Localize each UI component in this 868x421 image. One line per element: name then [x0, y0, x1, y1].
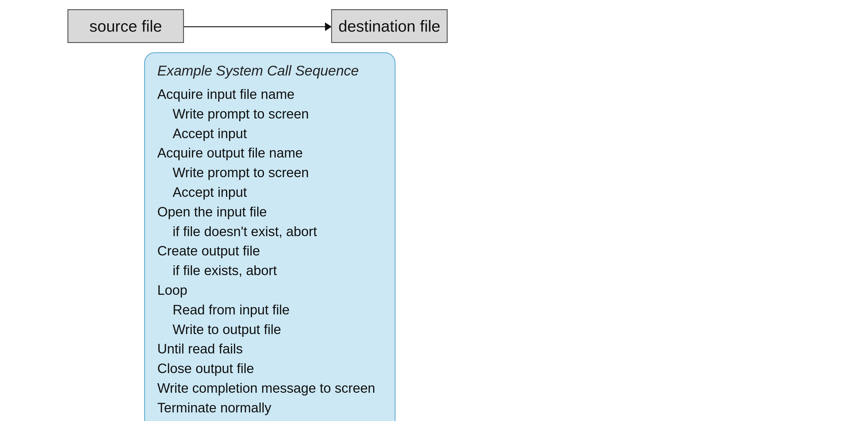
sequence-item: Terminate normally — [157, 398, 382, 418]
sequence-title: Example System Call Sequence — [157, 62, 382, 79]
sequence-item: Write prompt to screen — [157, 104, 382, 124]
sequence-item: if file exists, abort — [157, 261, 382, 280]
destination-file-label: destination file — [339, 17, 440, 35]
arrow-line — [184, 26, 326, 27]
sequence-item: Until read fails — [157, 339, 382, 359]
sequence-item: Create output file — [157, 241, 382, 261]
source-file-box: source file — [67, 9, 184, 43]
sequence-item: Acquire input file name — [157, 84, 382, 104]
source-file-label: source file — [90, 17, 162, 35]
sequence-item: Accept input — [157, 124, 382, 143]
sequence-item: Acquire output file name — [157, 143, 382, 163]
sequence-box: Example System Call Sequence Acquire inp… — [144, 52, 396, 421]
sequence-item: Write to output file — [157, 320, 382, 339]
destination-file-box: destination file — [331, 9, 447, 43]
sequence-item: Loop — [157, 280, 382, 300]
arrow-head — [325, 22, 332, 31]
diagram-container: source file destination file Example Sys… — [0, 0, 868, 421]
sequence-item: Write prompt to screen — [157, 163, 382, 183]
sequence-item: Open the input file — [157, 202, 382, 222]
sequence-item: Read from input file — [157, 300, 382, 320]
sequence-item: Write completion message to screen — [157, 378, 382, 398]
arrow-container — [184, 25, 332, 28]
sequence-item: if file doesn't exist, abort — [157, 222, 382, 241]
sequence-item: Close output file — [157, 359, 382, 378]
sequence-items: Acquire input file nameWrite prompt to s… — [157, 84, 382, 418]
sequence-item: Accept input — [157, 183, 382, 202]
